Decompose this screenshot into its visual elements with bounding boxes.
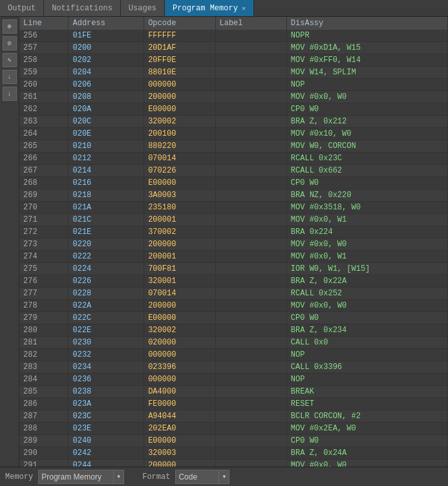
cell-disassy: MOV #0xD1A, W15 <box>286 42 447 54</box>
table-row[interactable]: 271021C200001MOV #0x0, W1 <box>19 214 448 226</box>
tab-usages[interactable]: Usages <box>121 0 165 16</box>
cell-address: 0236 <box>69 374 144 386</box>
table-row[interactable]: 257020020D1AFMOV #0xD1A, W15 <box>19 42 448 54</box>
table-row[interactable]: 2770228070014RCALL 0x252 <box>19 288 448 300</box>
cell-label <box>215 460 286 467</box>
table-row[interactable]: 2900242320003BRA Z, 0x24A <box>19 447 448 460</box>
cell-opcode: E00000 <box>144 435 215 447</box>
cell-line: 291 <box>19 460 69 467</box>
cell-opcode: FFFFFF <box>144 30 215 42</box>
table-row[interactable]: 2840236000000NOP <box>19 374 448 386</box>
cell-address: 022C <box>69 312 144 324</box>
table-row[interactable]: 2740222200001MOV #0x0, W1 <box>19 251 448 263</box>
table-row[interactable]: 2730220200000MOV #0x0, W0 <box>19 238 448 251</box>
cell-label <box>215 324 286 337</box>
table-row[interactable]: 2890240E00000CP0 W0 <box>19 435 448 447</box>
cell-line: 273 <box>19 238 69 251</box>
cell-line: 281 <box>19 337 69 349</box>
edit-button[interactable]: ✎ <box>3 53 17 67</box>
table-row[interactable]: 2670214070226RCALL 0x662 <box>19 165 448 177</box>
cell-disassy: MOV #0x0, W1 <box>286 251 447 263</box>
cell-line: 261 <box>19 91 69 103</box>
cell-disassy: NOP <box>286 374 447 386</box>
cell-line: 267 <box>19 165 69 177</box>
table-area[interactable]: LineAddressOpcodeLabelDisAssy 25601FEFFF… <box>19 17 448 467</box>
cell-opcode: 88010E <box>144 67 215 79</box>
table-row[interactable]: 25601FEFFFFFFNOPR <box>19 30 448 42</box>
table-row[interactable]: 272021E370002BRA 0x224 <box>19 226 448 238</box>
cell-disassy: RCALL 0x252 <box>286 288 447 300</box>
cell-label <box>215 423 286 435</box>
cell-label <box>215 189 286 202</box>
format-dropdown-arrow-icon[interactable]: ▼ <box>219 470 229 484</box>
cell-disassy: MOV #0x10, W0 <box>286 128 447 140</box>
cell-opcode: FE0000 <box>144 398 215 410</box>
table-row[interactable]: 26902183A0003BRA NZ, 0x220 <box>19 189 448 202</box>
cell-address: 0206 <box>69 79 144 91</box>
table-row[interactable]: 2650210880220MOV W0, CORCON <box>19 140 448 153</box>
cell-disassy: BRA NZ, 0x220 <box>286 189 447 202</box>
table-row[interactable]: 258020220FF0EMOV #0xFF0, W14 <box>19 54 448 67</box>
memory-select[interactable]: Program MemoryData MemoryEEPROM <box>38 470 114 484</box>
table-row[interactable]: 2610208200000MOV #0x0, W0 <box>19 91 448 103</box>
cell-line: 275 <box>19 263 69 275</box>
close-tab-program-memory-icon[interactable]: ✕ <box>242 5 246 12</box>
table-row[interactable]: 2810230020000CALL 0x0 <box>19 337 448 349</box>
table-row[interactable]: 2830234023396CALL 0x3396 <box>19 361 448 374</box>
table-row[interactable]: 262020AE00000CP0 W0 <box>19 103 448 116</box>
cell-label <box>215 374 286 386</box>
cell-label <box>215 300 286 312</box>
column-header-opcode: Opcode <box>144 17 215 30</box>
tab-notifications[interactable]: Notifications <box>44 0 121 16</box>
table-row[interactable]: 2680216E00000CP0 W0 <box>19 177 448 189</box>
table-row[interactable]: 287023CA94044BCLR CORCON, #2 <box>19 410 448 423</box>
cell-disassy: MOV W0, CORCON <box>286 140 447 153</box>
search-button[interactable]: ⊘ <box>3 36 17 50</box>
cell-label <box>215 312 286 324</box>
down-button[interactable]: ↓ <box>3 70 17 84</box>
table-row[interactable]: 286023AFE0000RESET <box>19 398 448 410</box>
table-row[interactable]: 263020C320002BRA Z, 0x212 <box>19 116 448 128</box>
table-row[interactable]: 264020E200100MOV #0x10, W0 <box>19 128 448 140</box>
table-row[interactable]: 2760226320001BRA Z, 0x22A <box>19 275 448 288</box>
cell-address: 0242 <box>69 447 144 460</box>
cell-label <box>215 67 286 79</box>
table-row[interactable]: 2750224700F81IOR W0, W1, [W15] <box>19 263 448 275</box>
cell-disassy: MOV #0x3518, W0 <box>286 202 447 214</box>
table-row[interactable]: 280022E320002BRA Z, 0x234 <box>19 324 448 337</box>
table-row[interactable]: 2660212070014RCALL 0x23C <box>19 153 448 165</box>
tab-output[interactable]: Output <box>0 0 44 16</box>
cell-opcode: DA4000 <box>144 386 215 398</box>
down2-button[interactable]: ↓ <box>3 87 17 101</box>
cell-label <box>215 386 286 398</box>
cell-label <box>215 140 286 153</box>
cell-disassy: MOV #0xFF0, W14 <box>286 54 447 67</box>
table-row[interactable]: 2600206000000NOP <box>19 79 448 91</box>
table-row[interactable]: 288023E202EA0MOV #0x2EA, W0 <box>19 423 448 435</box>
table-row[interactable]: 278022A200000MOV #0x0, W0 <box>19 300 448 312</box>
cell-disassy: BRA Z, 0x24A <box>286 447 447 460</box>
cell-address: 023E <box>69 423 144 435</box>
table-row[interactable]: 2910244200000MOV #0x0, W0 <box>19 460 448 467</box>
cell-line: 262 <box>19 103 69 116</box>
tab-program-memory[interactable]: Program Memory✕ <box>165 0 254 16</box>
cell-line: 290 <box>19 447 69 460</box>
cell-label <box>215 349 286 361</box>
cell-address: 0214 <box>69 165 144 177</box>
column-header-label: Label <box>215 17 286 30</box>
add-button[interactable]: ⊕ <box>3 19 17 34</box>
memory-dropdown-arrow-icon[interactable]: ▼ <box>114 470 124 484</box>
cell-disassy: MOV #0x0, W0 <box>286 238 447 251</box>
table-row[interactable]: 2850238DA4000BREAK <box>19 386 448 398</box>
format-select[interactable]: CodeHexDecimal <box>175 470 219 484</box>
cell-label <box>215 54 286 67</box>
cell-address: 0200 <box>69 42 144 54</box>
table-row[interactable]: 259020488010EMOV W14, SPLIM <box>19 67 448 79</box>
cell-line: 268 <box>19 177 69 189</box>
table-row[interactable]: 2820232000000NOP <box>19 349 448 361</box>
cell-opcode: 070226 <box>144 165 215 177</box>
cell-address: 021E <box>69 226 144 238</box>
cell-disassy: BRA Z, 0x212 <box>286 116 447 128</box>
table-row[interactable]: 279022CE00000CP0 W0 <box>19 312 448 324</box>
table-row[interactable]: 270021A235180MOV #0x3518, W0 <box>19 202 448 214</box>
